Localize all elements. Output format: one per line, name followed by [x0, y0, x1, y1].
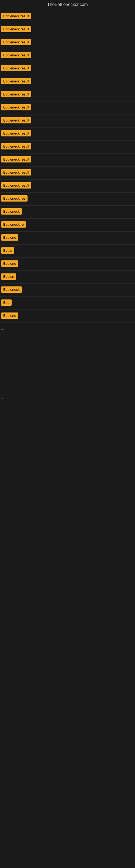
- result-row: Bottleneck: [0, 206, 135, 219]
- bottleneck-result-badge[interactable]: Bott: [1, 300, 12, 306]
- bottleneck-result-badge[interactable]: Bottleneck result: [1, 130, 31, 136]
- result-row: Bottleneck result: [0, 36, 135, 50]
- bottleneck-result-badge[interactable]: Bottleneck res: [1, 195, 28, 202]
- bottleneck-result-badge[interactable]: Bottleneck: [1, 286, 22, 293]
- bottleneck-result-badge[interactable]: Bottleneck result: [1, 169, 31, 176]
- result-row: Bottleneck result: [0, 141, 135, 154]
- bottleneck-result-badge[interactable]: Bottlene: [1, 260, 18, 267]
- result-row: Bottleneck result: [0, 10, 135, 23]
- result-row: Bottleneck result: [0, 166, 135, 180]
- bottleneck-result-badge[interactable]: Bottlene: [1, 312, 18, 319]
- result-row: Bottleneck result: [0, 115, 135, 127]
- bottleneck-result-badge[interactable]: Bottle: [1, 247, 14, 254]
- result-row: Bottleneck result: [0, 180, 135, 193]
- result-row: Bottleneck result: [0, 23, 135, 36]
- result-row: Bottleneck res: [0, 193, 135, 206]
- bottleneck-result-badge[interactable]: Bottleneck re: [1, 221, 26, 227]
- bottleneck-result-badge[interactable]: Bottlen: [1, 273, 16, 280]
- bottleneck-result-badge[interactable]: Bottleneck result: [1, 143, 31, 150]
- result-row: Bottleneck result: [0, 75, 135, 88]
- site-title: TheBottlenecker.com: [0, 0, 135, 10]
- result-row: Bott: [0, 297, 135, 310]
- result-row: Bottlene: [0, 231, 135, 245]
- result-row: Bottleneck result: [0, 127, 135, 141]
- result-row: Bottleneck result: [0, 154, 135, 166]
- bottleneck-result-badge[interactable]: Bottlene: [1, 235, 18, 241]
- bottleneck-result-badge[interactable]: Bottleneck result: [1, 156, 31, 162]
- result-row: Bottleneck result: [0, 62, 135, 75]
- result-row: Bottlene: [0, 258, 135, 271]
- bottleneck-result-badge[interactable]: Bottleneck: [1, 208, 22, 215]
- result-row: Bottleneck: [0, 284, 135, 297]
- ellipsis-section: ...: [0, 323, 135, 334]
- result-row: Bottleneck result: [0, 88, 135, 101]
- bottleneck-result-badge[interactable]: Bottleneck result: [1, 13, 31, 19]
- results-list: Bottleneck resultBottleneck resultBottle…: [0, 10, 135, 323]
- bottleneck-result-badge[interactable]: Bottleneck result: [1, 39, 31, 45]
- result-row: Bottleneck result: [0, 50, 135, 62]
- result-row: Bottle: [0, 245, 135, 258]
- result-row: Bottleneck result: [0, 101, 135, 115]
- bottleneck-result-badge[interactable]: Bottleneck result: [1, 52, 31, 58]
- ellipsis-bottom: ...: [0, 393, 135, 402]
- result-row: Bottlen: [0, 271, 135, 284]
- bottleneck-result-badge[interactable]: Bottleneck result: [1, 117, 31, 123]
- result-row: Bottlene: [0, 310, 135, 323]
- result-row: Bottleneck re: [0, 219, 135, 231]
- bottleneck-result-badge[interactable]: Bottleneck result: [1, 78, 31, 84]
- bottleneck-result-badge[interactable]: Bottleneck result: [1, 26, 31, 32]
- bottleneck-result-badge[interactable]: Bottleneck result: [1, 91, 31, 97]
- bottleneck-result-badge[interactable]: Bottleneck result: [1, 65, 31, 71]
- bottleneck-result-badge[interactable]: Bottleneck result: [1, 182, 31, 188]
- bottleneck-result-badge[interactable]: Bottleneck result: [1, 104, 31, 111]
